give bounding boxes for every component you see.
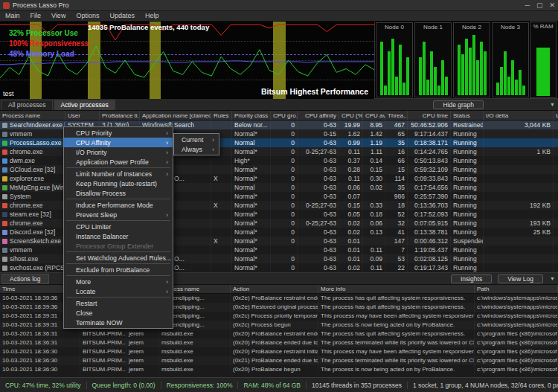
log-row[interactable]: 10-03-2021 18:36:30BITSUM-PRIM...jeremms… <box>0 347 558 356</box>
menu-item-prevent-sleep[interactable]: Prevent Sleep› <box>64 210 173 219</box>
submenu-arrow-icon: › <box>163 129 168 137</box>
menu-item-current[interactable]: Current› <box>174 135 219 144</box>
insights-button[interactable]: Insights <box>451 274 492 283</box>
process-cell: 0 <box>271 147 298 156</box>
column-header-user[interactable]: User <box>65 111 100 120</box>
process-cell: Normal* <box>232 129 271 138</box>
log-column-header-path[interactable]: Path <box>475 285 558 293</box>
column-header-rules[interactable]: Rules <box>211 111 232 120</box>
menu-item-cpu-priority[interactable]: CPU Priority› <box>64 128 173 138</box>
menu-item-cpu-affinity[interactable]: CPU Affinity› <box>64 138 173 147</box>
process-cell: 0-63 <box>298 121 339 129</box>
column-header-cpu-avg[interactable]: CPU avg <box>363 111 385 120</box>
menubar-item-view[interactable]: View <box>46 11 71 21</box>
process-cell <box>211 254 232 263</box>
view-log-button[interactable]: View Log <box>498 274 543 283</box>
core-usage-bar <box>434 67 437 95</box>
hide-graph-button[interactable]: Hide graph <box>433 100 484 109</box>
process-cell: Running <box>451 228 484 237</box>
log-row[interactable]: 10-03-2021 18:36:30BITSUM-PRIM...jeremms… <box>0 365 558 374</box>
process-icon <box>2 266 7 271</box>
menu-item-exclude-from-probalance[interactable]: Exclude from ProBalance <box>64 265 173 274</box>
process-cell: Normal* <box>232 263 271 272</box>
menu-item-restart[interactable]: Restart <box>64 298 173 308</box>
log-cell: msbuild.exe <box>159 338 231 347</box>
process-cell <box>484 129 554 138</box>
process-cell: Below nor... <box>232 121 271 129</box>
process-cell: 0 <box>271 165 298 174</box>
maximize-button[interactable]: ▢ <box>536 1 543 9</box>
log-row[interactable]: 10-03-2021 18:36:30BITSUM-PRIM...jeremms… <box>0 356 558 365</box>
log-filter-icon[interactable]: ▼ <box>550 276 555 281</box>
menu-item-terminate-now[interactable]: Terminate NOW <box>64 318 173 327</box>
column-header-cpu-time[interactable]: CPU time <box>408 111 451 120</box>
process-cell: Running <box>451 210 484 219</box>
process-cell <box>211 210 232 219</box>
tab-all-processes[interactable]: All processes <box>1 100 53 110</box>
legend-item-2: 48% Memory Load <box>9 50 89 58</box>
menu-item-i-o-priority[interactable]: I/O Priority› <box>64 147 173 157</box>
menu-item-cpu-limiter[interactable]: CPU Limiter <box>64 222 173 231</box>
close-button[interactable]: ✕ <box>549 1 555 9</box>
menubar-item-options[interactable]: Options <box>71 11 104 21</box>
menu-item-processor-group-extender[interactable]: Processor Group Extender <box>64 241 173 251</box>
column-header-cpu-gro[interactable]: CPU gro... <box>271 111 298 120</box>
menu-item-induce-performance-mode[interactable]: Induce Performance Mode <box>64 200 173 210</box>
process-cell: 0-63 <box>298 245 339 254</box>
process-cell <box>211 245 232 254</box>
column-header-priority-class[interactable]: Priority class <box>232 111 271 120</box>
column-header-i-o-t[interactable]: I/O t... <box>554 111 558 120</box>
log-cell: c:\windows\systemapps\microsof... <box>475 294 558 303</box>
menu-item-set-watchdog-advanced-rules[interactable]: Set Watchdog Advanced Rules... <box>64 253 173 263</box>
log-column-header-more-info[interactable]: More info <box>318 285 475 293</box>
column-header-status[interactable]: Status <box>451 111 484 120</box>
menu-item-instance-balancer[interactable]: Instance Balancer <box>64 231 173 241</box>
node-bars <box>376 31 412 97</box>
process-cell <box>554 254 558 263</box>
core-usage-bar <box>507 77 510 96</box>
submenu-arrow-icon: › <box>163 170 168 178</box>
process-cell: 0-63 <box>298 156 339 165</box>
filter-dropdown-icon[interactable]: ▼ <box>550 102 555 107</box>
menu-item-more[interactable]: More› <box>64 277 173 286</box>
process-cell: 0-63 <box>298 228 339 237</box>
process-cell: 0.11 <box>363 263 385 272</box>
log-cell: (0x20) ProBalance ended due to ... <box>231 338 318 347</box>
menu-item-locate[interactable]: Locate› <box>64 286 173 296</box>
core-usage-bar <box>423 42 426 95</box>
menu-item-disallow-process[interactable]: Disallow Process <box>64 188 173 198</box>
menu-item-close[interactable]: Close <box>64 308 173 318</box>
column-header-threa[interactable]: Threa... <box>385 111 408 120</box>
tab-active-processes[interactable]: Active processes <box>54 100 115 110</box>
column-header-application-name-claimed[interactable]: Application name [claimed] <box>140 111 211 120</box>
menu-item-always[interactable]: Always› <box>174 144 219 154</box>
legend-item-0: 32% Processor Use <box>9 29 89 37</box>
column-header-process-name[interactable]: Process name <box>0 111 65 120</box>
process-cell: vmmem <box>0 245 65 254</box>
menubar-item-main[interactable]: Main <box>0 11 25 21</box>
process-cell: Running <box>451 138 484 147</box>
menu-item-application-power-profile[interactable]: Application Power Profile› <box>64 157 173 167</box>
log-row[interactable]: 10-03-2021 18:36:31BITSUM-PRIM...jeremms… <box>0 338 558 347</box>
process-cell: 32 <box>385 219 408 228</box>
actions-log-tab[interactable]: Actions log <box>1 274 49 284</box>
log-row[interactable]: 10-03-2021 18:36:31BITSUM-PRIM...jeremms… <box>0 330 558 338</box>
menu-item-limit-number-of-instances[interactable]: Limit Number of Instances› <box>64 169 173 179</box>
column-header-probalance-ti[interactable]: ProBalance ti... <box>100 111 140 120</box>
status-bar: CPU: 47% time, 32% utilityQueue length: … <box>0 377 558 392</box>
performance-graph[interactable]: 14035 ProBalance events, 440 today 32% P… <box>0 22 375 99</box>
context-submenu: Current›Always› <box>173 133 219 155</box>
process-cell: 18 <box>385 201 408 210</box>
column-header-i-o-delta[interactable]: I/O delta <box>484 111 554 120</box>
process-icon <box>2 221 7 226</box>
menubar-item-file[interactable]: File <box>25 11 47 21</box>
menubar-item-help[interactable]: Help <box>140 11 164 21</box>
column-header-cpu-affinity[interactable]: CPU affinity <box>298 111 339 120</box>
column-header-cpu[interactable]: CPU (%) <box>339 111 363 120</box>
process-cell: Normal* <box>232 245 271 254</box>
node-panel: Node 3 <box>492 22 529 97</box>
log-column-header-action[interactable]: Action <box>231 285 318 293</box>
menu-item-keep-running-auto-restart[interactable]: Keep Running (auto-restart) <box>64 179 173 188</box>
menubar-item-updates[interactable]: Updates <box>104 11 140 21</box>
minimize-button[interactable]: ─ <box>525 1 530 9</box>
